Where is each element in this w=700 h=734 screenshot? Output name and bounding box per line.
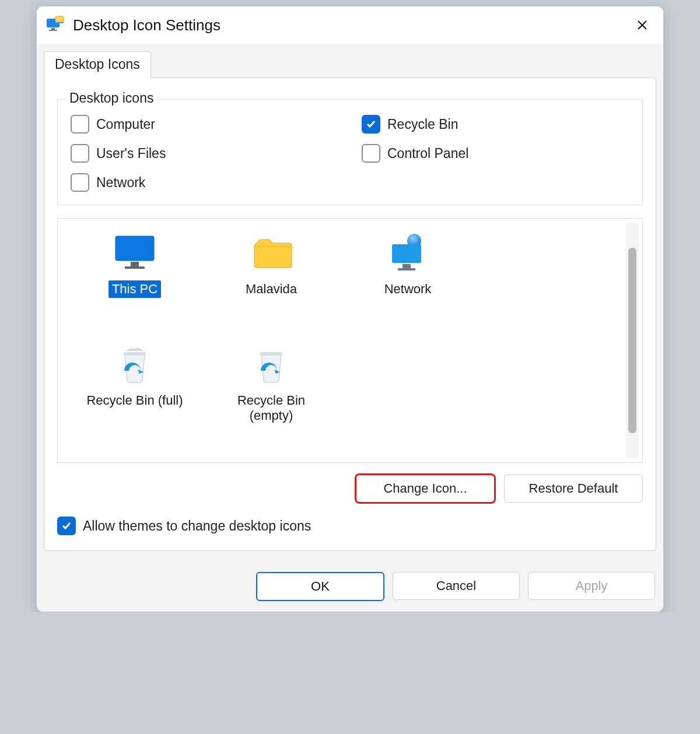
client-area: Desktop Icons Desktop icons Computer Rec… xyxy=(37,44,663,564)
checkbox-box xyxy=(71,144,89,163)
svg-rect-1 xyxy=(51,28,55,30)
checkbox-label: Network xyxy=(96,175,145,191)
checkbox-users-files[interactable]: User's Files xyxy=(71,144,338,163)
preview-item-label: This PC xyxy=(108,280,161,298)
icon-action-row: Change Icon... Restore Default xyxy=(57,475,643,503)
checkbox-box xyxy=(362,115,380,134)
preview-item-this-pc[interactable]: This PC xyxy=(69,230,200,339)
recycle-bin-full-icon xyxy=(112,344,158,386)
app-icon xyxy=(45,15,66,36)
checkbox-label: Recycle Bin xyxy=(387,117,458,132)
scrollbar[interactable] xyxy=(626,223,639,458)
checkbox-label: User's Files xyxy=(96,146,166,161)
preview-item-label: Recycle Bin (empty) xyxy=(212,392,330,425)
svg-rect-12 xyxy=(398,268,415,271)
preview-item-recycle-bin-empty[interactable]: Recycle Bin (empty) xyxy=(206,342,337,451)
monitor-icon xyxy=(112,233,158,275)
checkbox-control-panel[interactable]: Control Panel xyxy=(362,144,629,163)
fieldset-legend: Desktop icons xyxy=(66,90,157,106)
window-edge-artifact xyxy=(663,178,664,203)
icon-preview-list: This PC Malavida xyxy=(57,218,643,463)
checkbox-recycle-bin[interactable]: Recycle Bin xyxy=(362,115,629,134)
folder-icon xyxy=(249,233,294,275)
apply-button[interactable]: Apply xyxy=(528,572,655,600)
svg-rect-2 xyxy=(49,30,57,31)
checkbox-box xyxy=(57,517,76,535)
svg-rect-7 xyxy=(131,262,139,266)
checkbox-box xyxy=(362,144,380,163)
window-edge-artifact xyxy=(663,336,664,362)
checkbox-computer[interactable]: Computer xyxy=(71,115,338,134)
checkbox-network[interactable]: Network xyxy=(71,173,629,192)
preview-item-user-folder[interactable]: Malavida xyxy=(206,230,337,339)
restore-default-button[interactable]: Restore Default xyxy=(504,475,643,503)
checkbox-allow-themes[interactable]: Allow themes to change desktop icons xyxy=(57,517,643,535)
svg-rect-3 xyxy=(55,16,64,22)
scrollbar-thumb[interactable] xyxy=(628,248,636,433)
dialog-window: Desktop Icon Settings Desktop Icons Desk… xyxy=(36,6,664,612)
preview-item-network[interactable]: Network xyxy=(342,230,473,339)
checkbox-label: Control Panel xyxy=(387,146,468,161)
preview-item-label: Network xyxy=(381,280,435,298)
preview-item-recycle-bin-full[interactable]: Recycle Bin (full) xyxy=(69,342,200,451)
recycle-bin-empty-icon xyxy=(249,344,294,386)
dialog-button-row: OK Cancel Apply xyxy=(37,564,663,612)
cancel-button[interactable]: Cancel xyxy=(393,572,520,600)
checkbox-box xyxy=(71,173,89,192)
change-icon-button[interactable]: Change Icon... xyxy=(356,475,495,503)
svg-rect-11 xyxy=(402,264,411,268)
close-button[interactable] xyxy=(629,12,655,38)
desktop-icons-fieldset: Desktop icons Computer Recycle Bin Us xyxy=(57,99,643,205)
tab-strip: Desktop Icons xyxy=(44,50,656,78)
ok-button[interactable]: OK xyxy=(256,572,384,601)
checkbox-label: Allow themes to change desktop icons xyxy=(83,518,311,534)
preview-item-label: Recycle Bin (full) xyxy=(83,392,186,409)
title-bar: Desktop Icon Settings xyxy=(37,6,663,44)
svg-rect-8 xyxy=(125,266,145,269)
tab-desktop-icons[interactable]: Desktop Icons xyxy=(44,51,151,78)
dialog-title: Desktop Icon Settings xyxy=(73,16,220,34)
checkbox-box xyxy=(71,115,89,134)
svg-rect-10 xyxy=(392,244,421,263)
checkbox-label: Computer xyxy=(96,117,155,132)
svg-rect-5 xyxy=(116,236,154,261)
tab-panel: Desktop icons Computer Recycle Bin Us xyxy=(44,78,656,551)
preview-item-label: Malavida xyxy=(242,280,300,298)
svg-rect-4 xyxy=(55,22,64,23)
network-icon xyxy=(385,233,430,275)
